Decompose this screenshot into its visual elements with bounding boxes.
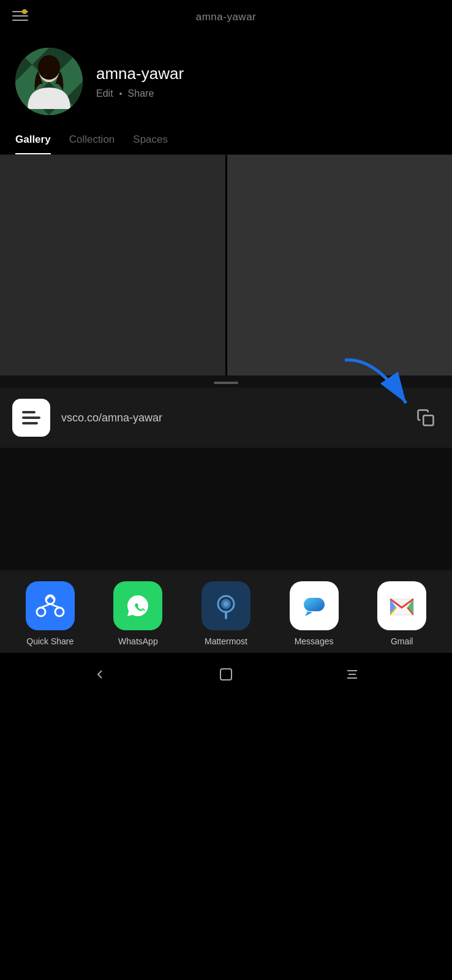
profile-name: amna-yawar xyxy=(96,64,184,83)
svg-point-27 xyxy=(224,601,228,606)
messages-icon xyxy=(290,581,339,630)
tabs-bar: Gallery Collection Spaces xyxy=(0,127,452,155)
app-label-messages: Messages xyxy=(295,636,334,646)
mattermost-icon xyxy=(202,581,250,630)
icon-line xyxy=(22,411,36,413)
svg-point-18 xyxy=(46,595,55,604)
notification-dot xyxy=(22,9,27,14)
share-url-text: vsco.co/amna-yawar xyxy=(61,412,401,424)
share-link[interactable]: Share xyxy=(128,88,154,99)
svg-line-22 xyxy=(50,604,59,608)
tab-spaces[interactable]: Spaces xyxy=(133,134,168,154)
icon-line xyxy=(22,417,40,419)
home-button[interactable] xyxy=(211,659,241,690)
svg-line-21 xyxy=(41,604,50,608)
vsco-app-icon xyxy=(12,399,50,437)
profile-section: amna-yawar Edit Share xyxy=(0,29,452,127)
svg-rect-17 xyxy=(423,415,433,425)
app-label-whatsapp: WhatsApp xyxy=(118,636,158,646)
copy-button[interactable] xyxy=(412,404,440,432)
svg-point-20 xyxy=(55,608,64,616)
nav-bar xyxy=(0,652,452,695)
app-label-gmail: Gmail xyxy=(391,636,413,646)
edit-link[interactable]: Edit xyxy=(96,88,113,99)
svg-rect-32 xyxy=(220,669,232,680)
app-item-messages[interactable]: Messages xyxy=(277,581,351,646)
svg-point-15 xyxy=(38,55,60,80)
gallery-grid xyxy=(0,155,452,375)
svg-rect-29 xyxy=(304,598,325,611)
profile-actions: Edit Share xyxy=(96,88,184,99)
app-label-quickshare: Quick Share xyxy=(26,636,73,646)
app-dock: Quick Share WhatsApp xyxy=(0,581,452,646)
avatar[interactable] xyxy=(15,48,83,115)
recents-button[interactable] xyxy=(337,659,367,690)
top-bar: amna-yawar xyxy=(0,0,452,29)
back-button[interactable] xyxy=(85,659,115,690)
gallery-item[interactable] xyxy=(0,155,225,375)
profile-info: amna-yawar Edit Share xyxy=(96,64,184,99)
copy-icon xyxy=(416,409,435,427)
svg-point-19 xyxy=(37,608,45,616)
share-url-bar: vsco.co/amna-yawar xyxy=(0,388,452,448)
top-bar-title: amna-yawar xyxy=(196,11,257,23)
app-label-mattermost: Mattermost xyxy=(205,636,247,646)
whatsapp-icon xyxy=(113,581,162,630)
gmail-icon xyxy=(377,581,426,630)
dark-section xyxy=(0,448,452,570)
app-item-quickshare[interactable]: Quick Share xyxy=(13,581,87,646)
separator-dot xyxy=(119,92,122,95)
app-dock-bg: Quick Share WhatsApp xyxy=(0,570,452,652)
app-item-mattermost[interactable]: Mattermost xyxy=(189,581,263,646)
tab-gallery[interactable]: Gallery xyxy=(15,134,51,154)
sheet-handle[interactable] xyxy=(214,382,238,384)
app-item-whatsapp[interactable]: WhatsApp xyxy=(101,581,175,646)
gallery-item[interactable] xyxy=(227,155,453,375)
avatar-image xyxy=(15,48,83,115)
app-item-gmail[interactable]: Gmail xyxy=(365,581,439,646)
icon-line xyxy=(22,422,38,424)
tab-collection[interactable]: Collection xyxy=(69,134,115,154)
quickshare-icon xyxy=(26,581,75,630)
sheet-handle-wrap xyxy=(0,375,452,388)
